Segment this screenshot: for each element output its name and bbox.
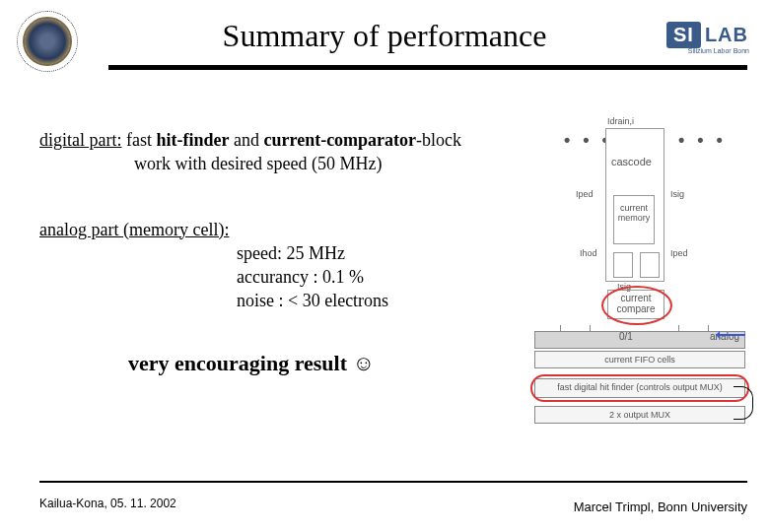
analog-part-label: analog part (memory cell): xyxy=(39,218,523,241)
title-rule xyxy=(108,65,747,70)
silab-logo: SI LAB xyxy=(666,22,751,48)
label-isig-right: Isig xyxy=(670,189,684,199)
row-fifo: current FIFO cells xyxy=(534,351,745,368)
smiley-icon: ☺ xyxy=(353,351,375,375)
slide-title: Summary of performance xyxy=(0,18,769,54)
digital-part-line1: digital part: fast hit-finder and curren… xyxy=(39,128,523,152)
encouraging-result: very encouraging result ☺ xyxy=(39,349,523,378)
row-mux: 2 x output MUX xyxy=(534,406,745,424)
label-iped-right: Iped xyxy=(670,248,688,258)
isig-box xyxy=(613,252,633,278)
footer-author: Marcel Trimpl, Bonn University xyxy=(574,499,747,514)
analog-spec-accuracy: accurancy : 0.1 % xyxy=(237,265,523,289)
label-iped-left: Iped xyxy=(576,189,594,199)
footer-rule xyxy=(39,481,747,483)
current-memory-box: current memory xyxy=(613,195,655,244)
loop-arrow-icon xyxy=(734,386,753,420)
circuit-diagram: • • • • • • Idrain,i cascode current mem… xyxy=(530,128,749,426)
silab-lab: LAB xyxy=(702,22,751,48)
digital-part-label: digital part: xyxy=(39,130,121,150)
label-idrain: Idrain,i xyxy=(607,116,634,126)
footer-location-date: Kailua-Kona, 05. 11. 2002 xyxy=(39,497,176,510)
analog-spec-speed: speed: 25 MHz xyxy=(237,241,523,265)
silab-subtitle: Silizium Labor Bonn xyxy=(688,47,749,54)
dots-right: • • • xyxy=(678,130,727,151)
silab-si: SI xyxy=(666,22,701,48)
label-cascode: cascode xyxy=(611,156,652,167)
highlight-ring-compare xyxy=(601,286,672,325)
digital-part-line2: work with desired speed (50 MHz) xyxy=(39,152,523,175)
label-01: 0/1 xyxy=(619,331,633,342)
analog-part: analog part (memory cell): speed: 25 MHz… xyxy=(39,218,523,313)
body-text: digital part: fast hit-finder and curren… xyxy=(39,128,523,377)
label-ihod: Ihod xyxy=(580,248,597,258)
highlight-ring-hitfinder xyxy=(530,374,749,402)
analog-spec-noise: noise : < 30 electrons xyxy=(237,289,523,312)
ihod-box xyxy=(640,252,660,278)
